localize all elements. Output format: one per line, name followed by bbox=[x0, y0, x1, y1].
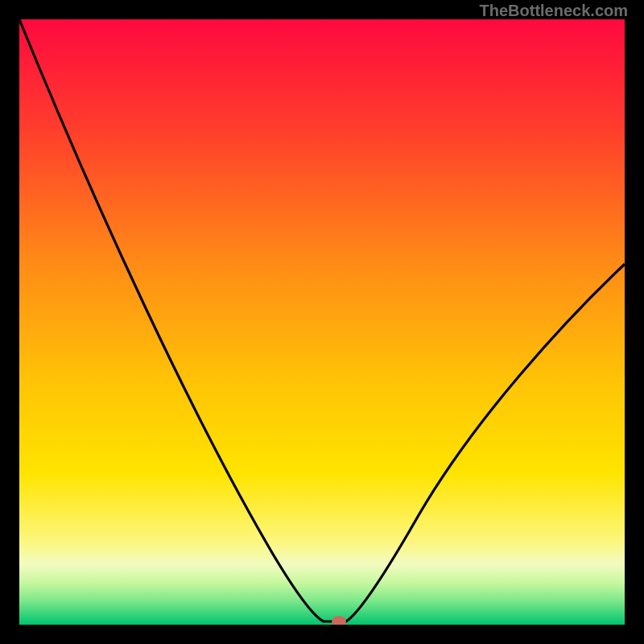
bottleneck-chart bbox=[0, 0, 644, 644]
attribution-text: TheBottleneck.com bbox=[480, 2, 628, 20]
border-left bbox=[0, 0, 19, 644]
plot-background bbox=[19, 19, 625, 625]
border-bottom bbox=[0, 625, 644, 644]
chart-frame: { "attribution": "TheBottleneck.com", "c… bbox=[0, 0, 644, 644]
border-right bbox=[625, 0, 644, 644]
